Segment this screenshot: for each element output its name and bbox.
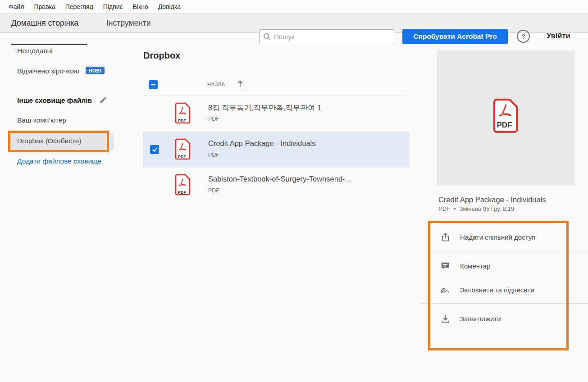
sidebar-item-your-computer[interactable]: Ваш комп’ютер [17, 116, 66, 124]
actions-divider [421, 222, 588, 222]
sidebar-starred-label: Відмічено зірочкою [17, 67, 79, 75]
actions-divider [421, 303, 588, 304]
pdf-file-icon: PDF [175, 102, 191, 126]
help-icon[interactable]: ? [517, 30, 530, 43]
comment-action-label: Коментар [460, 262, 490, 270]
preview-meta-modified: Змінено 05 Гру, 8:19 [460, 205, 514, 212]
other-storage-label: Інше сховище файлів [17, 96, 92, 104]
search-input[interactable] [274, 33, 394, 41]
edit-pencil-icon[interactable] [99, 96, 107, 106]
file-name: Credit App Package - Individuals [208, 139, 315, 148]
tab-bar: Домашня сторінка Інструменти Спробувати … [0, 14, 588, 33]
pdf-icon-label: PDF [175, 155, 189, 159]
preview-meta-bullet: • [454, 205, 456, 212]
sidebar-add-storage-link[interactable]: Додати файлове сховище [17, 157, 101, 165]
try-acrobat-pro-button[interactable]: Спробувати Acrobat Pro [402, 29, 508, 44]
share-icon [440, 232, 451, 242]
comment-action[interactable]: Коментар [433, 255, 565, 276]
column-header-name[interactable]: НАЗВА [207, 82, 225, 87]
sidebar-section-other-storage: Інше сховище файлів [17, 96, 107, 106]
menu-edit[interactable]: Правка [29, 0, 60, 14]
file-name: Sabiston-Textbook-of-Surgery-Townsend-..… [208, 175, 351, 183]
sidebar-item-recent[interactable]: Нещодавні [17, 47, 53, 55]
fill-sign-action[interactable]: Заповнити та підписати [433, 279, 565, 300]
menu-sign[interactable]: Підпис [98, 0, 128, 14]
sign-in-button[interactable]: Увійти [547, 32, 570, 40]
tab-tools[interactable]: Інструменти [106, 14, 151, 32]
tab-home[interactable]: Домашня сторінка [11, 14, 78, 32]
file-type: PDF [208, 187, 219, 194]
download-action-label: Завантажити [460, 315, 501, 323]
preview-file-title: Credit App Package - Individuals [438, 196, 546, 204]
file-row[interactable]: PDF Sabiston-Textbook-of-Surgery-Townsen… [143, 168, 409, 203]
sort-ascending-icon[interactable] [236, 80, 244, 90]
sidebar-item-starred[interactable]: Відмічено зірочкоюНОВІ [17, 67, 105, 75]
file-type: PDF [208, 152, 219, 158]
download-action[interactable]: Завантажити [433, 308, 565, 329]
file-name: 8장 직무동기,직무만족,직무관여 1 [208, 103, 321, 113]
row-checkbox-checked[interactable] [150, 145, 159, 154]
menu-file[interactable]: Файл [4, 0, 29, 14]
share-action-label: Надати спільний доступ [460, 233, 535, 241]
pdf-icon-label: PDF [175, 190, 189, 195]
menu-view[interactable]: Перегляд [60, 0, 98, 14]
acrobat-window: Файл Правка Перегляд Підпис Вікно Довідк… [0, 0, 588, 382]
preview-file-meta: PDF • Змінено 05 Гру, 8:19 [438, 205, 514, 212]
menu-help[interactable]: Довідка [153, 0, 186, 14]
pdf-file-icon: PDF [175, 174, 191, 197]
pdf-icon-label: PDF [175, 118, 189, 123]
pdf-icon-label: PDF [492, 121, 517, 130]
comment-icon [440, 260, 451, 271]
menu-bar: Файл Правка Перегляд Підпис Вікно Довідк… [0, 0, 588, 14]
table-bottom-divider [143, 202, 409, 202]
page-title: Dropbox [143, 50, 180, 61]
download-icon [440, 313, 451, 324]
active-tab-underline [11, 44, 87, 45]
share-action[interactable]: Надати спільний доступ [433, 227, 565, 247]
preview-meta-type: PDF [438, 205, 450, 212]
fill-sign-icon [440, 284, 451, 295]
search-box[interactable] [259, 29, 394, 44]
new-badge: НОВІ [86, 67, 105, 74]
file-row[interactable]: PDF 8장 직무동기,직무만족,직무관여 1 PDF [143, 96, 409, 132]
select-all-checkbox[interactable] [149, 80, 158, 89]
file-type: PDF [208, 116, 219, 122]
search-icon [263, 33, 271, 41]
actions-divider [421, 251, 588, 251]
sidebar-item-dropbox[interactable]: Dropbox (Особисте) [17, 137, 82, 145]
pdf-file-icon: PDF [175, 138, 191, 162]
menu-window[interactable]: Вікно [128, 0, 153, 14]
file-preview-thumbnail: PDF [437, 50, 575, 186]
fill-sign-action-label: Заповнити та підписати [460, 286, 534, 294]
file-row-selected[interactable]: PDF Credit App Package - Individuals PDF [143, 132, 409, 168]
